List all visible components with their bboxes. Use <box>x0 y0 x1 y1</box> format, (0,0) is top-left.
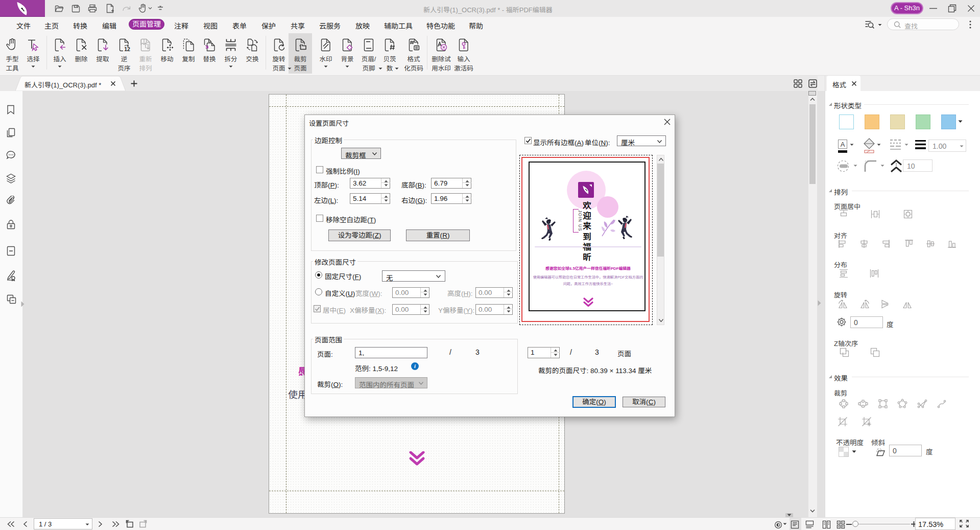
svg-text:12: 12 <box>124 46 130 52</box>
